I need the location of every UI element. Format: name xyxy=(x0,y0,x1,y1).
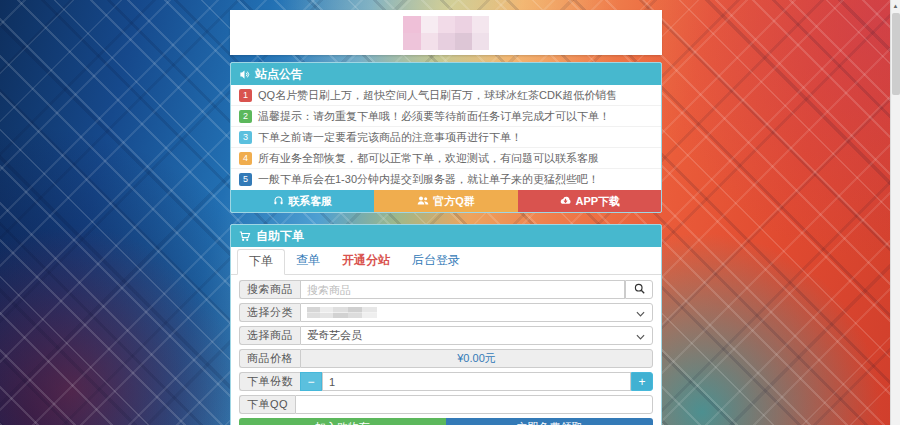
scrollbar-up-arrow[interactable]: ▲ xyxy=(891,0,900,12)
notice-item: 2 温馨提示：请勿重复下单哦！必须要等待前面任务订单完成才可以下单！ xyxy=(231,106,661,127)
chevron-down-icon xyxy=(636,330,645,342)
search-product-label: 搜索商品 xyxy=(239,280,300,299)
chevron-down-icon xyxy=(636,307,645,319)
category-select[interactable] xyxy=(300,303,653,322)
notice-badge: 3 xyxy=(239,131,252,144)
announcement-header: 站点公告 xyxy=(231,63,661,85)
quantity-plus-button[interactable]: + xyxy=(631,372,653,391)
notice-item: 1 QQ名片赞日刷上万，超快空间人气日刷百万，球球冰红茶CDK超低价销售 xyxy=(231,85,661,106)
announcement-title: 站点公告 xyxy=(255,66,303,83)
tab-place-order[interactable]: 下单 xyxy=(237,249,285,275)
tab-open-branch[interactable]: 开通分站 xyxy=(331,249,401,275)
app-download-label: APP下载 xyxy=(576,194,621,209)
product-label: 选择商品 xyxy=(239,326,300,345)
notice-item: 4 所有业务全部恢复，都可以正常下单，欢迎测试，有问题可以联系客服 xyxy=(231,148,661,169)
notice-badge: 2 xyxy=(239,110,252,123)
add-to-cart-button[interactable]: 加入购物车 xyxy=(239,418,446,425)
notice-text: QQ名片赞日刷上万，超快空间人气日刷百万，球球冰红茶CDK超低价销售 xyxy=(258,88,617,103)
qq-input[interactable] xyxy=(295,395,653,414)
official-qq-group-button[interactable]: 官方Q群 xyxy=(374,190,517,212)
headset-icon xyxy=(273,195,284,208)
price-value: ¥0.00元 xyxy=(300,349,653,368)
cloud-download-icon xyxy=(559,195,572,208)
official-qq-group-label: 官方Q群 xyxy=(433,194,475,209)
price-group: 商品价格 ¥0.00元 xyxy=(239,349,653,368)
notice-text: 一般下单后会在1-30分钟内提交到服务器，就让单子来的更猛烈些吧！ xyxy=(258,172,599,187)
search-product-group: 搜索商品 xyxy=(239,280,653,299)
free-claim-button[interactable]: 立即免费领取 xyxy=(446,418,653,425)
notice-badge: 4 xyxy=(239,152,252,165)
tab-admin-login[interactable]: 后台登录 xyxy=(401,249,471,275)
contact-button-row: 联系客服 官方Q群 APP下载 xyxy=(231,190,661,212)
price-label: 商品价格 xyxy=(239,349,300,368)
contact-service-button[interactable]: 联系客服 xyxy=(231,190,374,212)
notice-item: 3 下单之前请一定要看完该商品的注意事项再进行下单！ xyxy=(231,127,661,148)
notice-text: 温馨提示：请勿重复下单哦！必须要等待前面任务订单完成才可以下单！ xyxy=(258,109,610,124)
notice-text: 下单之前请一定要看完该商品的注意事项再进行下单！ xyxy=(258,130,522,145)
tab-check-order[interactable]: 查单 xyxy=(285,249,331,275)
search-button[interactable] xyxy=(625,280,653,299)
site-logo[interactable] xyxy=(403,16,489,50)
quantity-label: 下单份数 xyxy=(239,372,300,391)
action-button-row: 加入购物车 立即免费领取 xyxy=(239,418,653,425)
scrollbar-thumb[interactable] xyxy=(892,13,900,95)
cart-icon xyxy=(239,231,251,242)
notice-text: 所有业务全部恢复，都可以正常下单，欢迎测试，有问题可以联系客服 xyxy=(258,151,599,166)
category-group: 选择分类 xyxy=(239,303,653,322)
magnifier-icon xyxy=(634,282,645,297)
order-form: 搜索商品 选择分类 选择商品 xyxy=(231,275,661,425)
content-column: 站点公告 1 QQ名片赞日刷上万，超快空间人气日刷百万，球球冰红茶CDK超低价销… xyxy=(230,10,662,425)
notice-badge: 1 xyxy=(239,89,252,102)
users-icon xyxy=(417,195,429,208)
announcement-panel: 站点公告 1 QQ名片赞日刷上万，超快空间人气日刷百万，球球冰红茶CDK超低价销… xyxy=(230,62,662,213)
notice-item: 5 一般下单后会在1-30分钟内提交到服务器，就让单子来的更猛烈些吧！ xyxy=(231,169,661,190)
quantity-input[interactable] xyxy=(322,372,631,391)
site-header xyxy=(230,10,662,55)
category-label: 选择分类 xyxy=(239,303,300,322)
contact-service-label: 联系客服 xyxy=(288,194,332,209)
speaker-icon xyxy=(239,69,250,80)
category-value-censored xyxy=(307,307,377,318)
search-product-input[interactable] xyxy=(300,280,625,299)
product-selected-value: 爱奇艺会员 xyxy=(307,328,362,343)
product-group: 选择商品 爱奇艺会员 xyxy=(239,326,653,345)
order-panel: 自助下单 下单 查单 开通分站 后台登录 搜索商品 选择分类 xyxy=(230,224,662,425)
order-panel-title: 自助下单 xyxy=(256,228,304,245)
qq-group: 下单QQ xyxy=(239,395,653,414)
qq-label: 下单QQ xyxy=(239,395,295,414)
order-panel-header: 自助下单 xyxy=(231,225,661,247)
product-select[interactable]: 爱奇艺会员 xyxy=(300,326,653,345)
browser-scrollbar[interactable]: ▲ xyxy=(890,0,900,425)
notice-badge: 5 xyxy=(239,173,252,186)
quantity-minus-button[interactable]: − xyxy=(300,372,322,391)
order-tabs: 下单 查单 开通分站 后台登录 xyxy=(231,249,661,275)
quantity-group: 下单份数 − + xyxy=(239,372,653,391)
app-download-button[interactable]: APP下载 xyxy=(518,190,661,212)
